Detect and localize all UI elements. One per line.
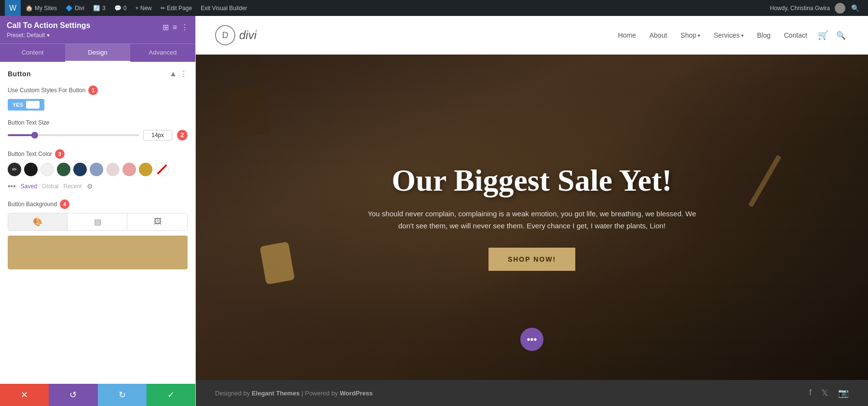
color-picker-icon[interactable]: ✏ bbox=[8, 163, 21, 176]
background-color-preview[interactable] bbox=[8, 236, 188, 269]
fab-icon: ••• bbox=[527, 334, 537, 345]
redo-icon: ↻ bbox=[119, 390, 126, 400]
updates-icon: 🔄 bbox=[93, 5, 100, 12]
slider-thumb[interactable] bbox=[31, 132, 38, 139]
button-section-title: Button bbox=[8, 70, 31, 78]
image-icon: 🖼 bbox=[154, 217, 162, 226]
panel-title-group: Call To Action Settings Preset: Default … bbox=[7, 21, 90, 39]
saved-link[interactable]: Saved bbox=[21, 183, 37, 190]
slider-track[interactable] bbox=[8, 134, 139, 136]
tab-advanced[interactable]: Advanced bbox=[130, 44, 195, 62]
twitter-icon[interactable]: 𝕏 bbox=[821, 388, 828, 398]
pencil-icon: ✏ bbox=[12, 166, 17, 173]
hero-title: Our Biggest Sale Yet! bbox=[363, 164, 701, 197]
global-link[interactable]: Global bbox=[42, 183, 59, 190]
website-preview: D divi Home About Shop ▾ Services ▾ bbox=[196, 16, 868, 406]
cancel-button[interactable]: ✕ bbox=[0, 384, 49, 406]
swatch-gold[interactable] bbox=[139, 163, 152, 176]
user-avatar[interactable] bbox=[835, 3, 845, 14]
swatch-white[interactable] bbox=[41, 163, 54, 176]
nav-home[interactable]: Home bbox=[612, 28, 641, 42]
site-logo: D divi bbox=[215, 25, 257, 45]
wordpress-link[interactable]: WordPress bbox=[340, 390, 373, 397]
more-options-icon[interactable]: ⋮ bbox=[181, 23, 189, 32]
exit-visual-builder-button[interactable]: Exit Visual Builder bbox=[197, 0, 251, 16]
badge-1: 1 bbox=[88, 85, 98, 95]
main-area: Call To Action Settings Preset: Default … bbox=[0, 16, 868, 406]
shop-chevron-icon: ▾ bbox=[698, 33, 700, 38]
nav-shop[interactable]: Shop ▾ bbox=[675, 28, 706, 42]
more-colors-icon[interactable]: ••• bbox=[8, 182, 16, 191]
undo-button[interactable]: ↺ bbox=[49, 384, 97, 406]
swatch-light-pink[interactable] bbox=[106, 163, 120, 176]
swatch-lavender[interactable] bbox=[90, 163, 103, 176]
wp-logo-icon[interactable]: W bbox=[5, 0, 21, 16]
custom-styles-toggle[interactable]: YES bbox=[8, 99, 44, 111]
collapse-icon[interactable]: ▲ bbox=[169, 70, 177, 78]
admin-bar-right: Howdy, Christina Gwira 🔍 bbox=[770, 3, 863, 14]
color-fill-icon: 🎨 bbox=[33, 217, 42, 226]
custom-styles-field: Use Custom Styles For Button 1 YES bbox=[8, 85, 188, 111]
cart-icon[interactable]: 🛒 bbox=[815, 27, 831, 43]
nav-contact[interactable]: Contact bbox=[778, 28, 813, 42]
comments-menu[interactable]: 💬 0 bbox=[110, 0, 131, 16]
site-header: D divi Home About Shop ▾ Services ▾ bbox=[196, 16, 868, 55]
my-sites-menu[interactable]: 🏠 My Sites bbox=[22, 0, 61, 16]
instagram-icon[interactable]: 📷 bbox=[838, 388, 849, 398]
home-icon: 🏠 bbox=[26, 5, 33, 12]
cancel-icon: ✕ bbox=[21, 390, 28, 400]
section-menu-icon[interactable]: ⋮ bbox=[180, 70, 188, 79]
save-icon: ✓ bbox=[167, 390, 175, 400]
swatch-black[interactable] bbox=[24, 163, 38, 176]
edit-page-button[interactable]: ✏ Edit Page bbox=[157, 0, 196, 16]
logo-circle: D bbox=[215, 25, 235, 45]
redo-button[interactable]: ↻ bbox=[98, 384, 147, 406]
bg-tab-color[interactable]: 🎨 bbox=[8, 213, 68, 230]
logo-name: divi bbox=[239, 28, 257, 42]
badge-4: 4 bbox=[60, 199, 69, 209]
hero-subtitle: You should never complain, complaining i… bbox=[363, 208, 701, 232]
save-button[interactable]: ✓ bbox=[147, 384, 195, 406]
text-size-value[interactable]: 14px bbox=[143, 130, 172, 140]
swatch-salmon[interactable] bbox=[122, 163, 136, 176]
bg-tab-gradient[interactable]: ▤ bbox=[68, 213, 128, 230]
slider-fill bbox=[8, 134, 34, 136]
nav-blog[interactable]: Blog bbox=[751, 28, 776, 42]
expand-icon[interactable]: ≡ bbox=[173, 23, 177, 32]
color-saved-row: ••• Saved Global Recent ⚙ bbox=[8, 180, 188, 191]
background-type-tabs: 🎨 ▤ 🖼 bbox=[8, 213, 188, 231]
fab-button[interactable]: ••• bbox=[520, 328, 543, 351]
panel-bottom-actions: ✕ ↺ ↻ ✓ bbox=[0, 384, 195, 406]
nav-services[interactable]: Services ▾ bbox=[708, 28, 749, 42]
site-footer: Designed by Elegant Themes | Powered by … bbox=[196, 380, 868, 406]
swatch-navy[interactable] bbox=[73, 163, 87, 176]
new-menu[interactable]: + New bbox=[131, 0, 155, 16]
tab-design[interactable]: Design bbox=[65, 44, 130, 62]
divi-menu[interactable]: 🔷 Divi bbox=[62, 0, 88, 16]
search-icon[interactable]: 🔍 bbox=[833, 28, 849, 43]
bg-tab-image[interactable]: 🖼 bbox=[128, 213, 187, 230]
gradient-icon: ▤ bbox=[94, 217, 101, 226]
admin-search-icon[interactable]: 🔍 bbox=[847, 4, 863, 12]
badge-2: 2 bbox=[177, 130, 188, 140]
panel-title: Call To Action Settings bbox=[7, 21, 90, 31]
recent-link[interactable]: Recent bbox=[64, 183, 82, 190]
swatch-none[interactable] bbox=[155, 163, 169, 176]
updates-menu[interactable]: 🔄 3 bbox=[89, 0, 109, 16]
nav-about[interactable]: About bbox=[644, 28, 673, 42]
shop-now-button[interactable]: SHOP NOW! bbox=[488, 248, 575, 271]
tab-content[interactable]: Content bbox=[0, 44, 65, 62]
responsive-icon[interactable]: ⊞ bbox=[163, 23, 169, 32]
footer-social: f 𝕏 📷 bbox=[809, 388, 849, 398]
swatch-dark-green[interactable] bbox=[57, 163, 70, 176]
button-text-color-label: Button Text Color 3 bbox=[8, 149, 188, 159]
hero-section: Our Biggest Sale Yet! You should never c… bbox=[196, 55, 868, 380]
text-size-slider[interactable] bbox=[8, 134, 139, 136]
facebook-icon[interactable]: f bbox=[809, 388, 812, 398]
elegant-themes-link[interactable]: Elegant Themes bbox=[252, 390, 300, 397]
panel-preset[interactable]: Preset: Default ▾ bbox=[7, 32, 90, 39]
color-swatches: ✏ bbox=[8, 163, 188, 176]
user-greeting: Howdy, Christina Gwira bbox=[770, 5, 830, 12]
footer-text: Designed by Elegant Themes | Powered by … bbox=[215, 390, 373, 397]
color-settings-icon[interactable]: ⚙ bbox=[87, 182, 93, 190]
